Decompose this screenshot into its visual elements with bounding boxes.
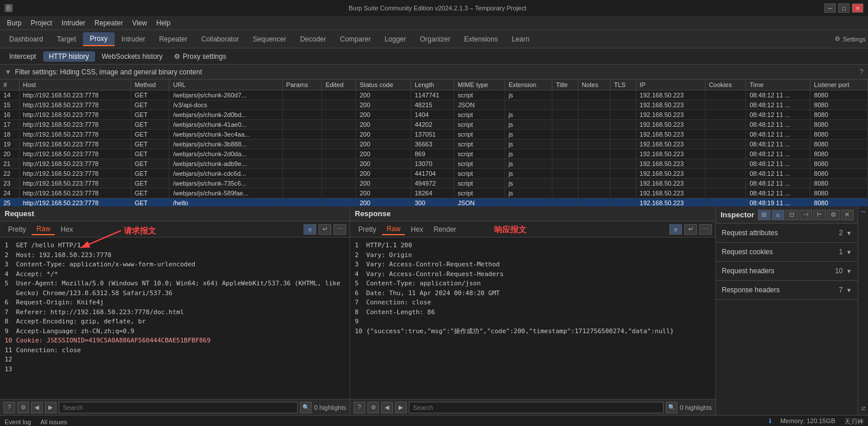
menu-project[interactable]: Project: [26, 18, 56, 28]
tab-learn[interactable]: Learn: [505, 33, 536, 46]
col-cookies[interactable]: Cookies: [705, 80, 746, 91]
menu-intruder[interactable]: Intruder: [57, 18, 90, 28]
req-wrap-btn[interactable]: ≡: [304, 224, 316, 235]
menu-help[interactable]: Help: [151, 18, 175, 28]
table-row[interactable]: 24http://192.168.50.223:7778GET/webjars/…: [0, 189, 868, 198]
col-title[interactable]: Title: [552, 80, 578, 91]
table-row[interactable]: 15http://192.168.50.223:7778GET/v3/api-d…: [0, 100, 868, 110]
tab-intruder[interactable]: Intruder: [115, 33, 152, 46]
col-mime[interactable]: MIME type: [454, 80, 505, 91]
proxy-tab-intercept[interactable]: Intercept: [3, 51, 42, 62]
table-row[interactable]: 23http://192.168.50.223:7778GET/webjars/…: [0, 179, 868, 189]
col-notes[interactable]: Notes: [578, 80, 610, 91]
table-row[interactable]: 18http://192.168.50.223:7778GET/webjars/…: [0, 130, 868, 140]
notes-side-icon[interactable]: N: [859, 404, 867, 413]
col-time[interactable]: Time: [746, 80, 810, 91]
tab-target[interactable]: Target: [50, 33, 83, 46]
tab-decoder[interactable]: Decoder: [293, 33, 333, 46]
inspector-settings-btn[interactable]: ⚙: [827, 210, 840, 220]
inspector-side-icon[interactable]: I: [859, 209, 867, 215]
menu-burp[interactable]: Burp: [2, 18, 26, 28]
table-row[interactable]: 21http://192.168.50.223:7778GET/webjars/…: [0, 159, 868, 169]
col-ip[interactable]: IP: [636, 80, 705, 91]
window-controls[interactable]: ─ □ ✕: [824, 3, 863, 13]
table-row[interactable]: 14http://192.168.50.223:7778GET/webjars/…: [0, 91, 868, 100]
req-settings-btn[interactable]: ⚙: [17, 402, 29, 413]
resp-wrap-btn[interactable]: ≡: [669, 224, 682, 235]
maximize-button[interactable]: □: [838, 3, 850, 13]
resp-tab-hex[interactable]: Hex: [406, 224, 427, 235]
req-newline-btn[interactable]: ↵: [319, 224, 331, 235]
tab-sequencer[interactable]: Sequencer: [246, 33, 293, 46]
inspector-align-right-btn[interactable]: ⊢: [813, 210, 826, 220]
tab-organizer[interactable]: Organizer: [413, 33, 457, 46]
req-back-btn[interactable]: ◀: [31, 402, 43, 413]
tab-logger[interactable]: Logger: [378, 33, 413, 46]
resp-help-btn[interactable]: ?: [354, 402, 365, 413]
req-tab-hex[interactable]: Hex: [56, 224, 77, 235]
close-button[interactable]: ✕: [852, 3, 863, 13]
col-length[interactable]: Length: [411, 80, 454, 91]
table-row[interactable]: 20http://192.168.50.223:7778GET/webjars/…: [0, 149, 868, 159]
proxy-tab-http-history[interactable]: HTTP history: [43, 51, 95, 62]
inspector-close-btn[interactable]: ✕: [841, 210, 854, 220]
resp-search-btn[interactable]: 🔍: [666, 402, 677, 413]
table-row[interactable]: 16http://192.168.50.223:7778GET/webjars/…: [0, 110, 868, 120]
tab-proxy[interactable]: Proxy: [83, 32, 115, 46]
tab-repeater[interactable]: Repeater: [152, 33, 194, 46]
req-tab-pretty[interactable]: Pretty: [3, 224, 31, 235]
menu-repeater[interactable]: Repeater: [90, 18, 127, 28]
menu-view[interactable]: View: [127, 18, 151, 28]
proxy-tab-websockets[interactable]: WebSockets history: [96, 51, 169, 62]
inspector-row[interactable]: Request attributes 2 ▼: [716, 224, 858, 242]
req-tab-raw[interactable]: Raw: [32, 224, 55, 235]
settings-button[interactable]: ⚙ Settings: [835, 35, 866, 43]
response-search-input[interactable]: [409, 402, 664, 413]
help-icon[interactable]: ?: [859, 68, 863, 76]
resp-forward-btn[interactable]: ▶: [395, 402, 407, 413]
request-content[interactable]: 1 GET /hello HTTP/1.12 Host: 192.168.50.…: [0, 237, 350, 399]
inspector-row[interactable]: Request cookies 1 ▼: [716, 243, 858, 261]
col-ext[interactable]: Extension: [505, 80, 552, 91]
resp-tab-pretty[interactable]: Pretty: [354, 224, 381, 235]
response-content[interactable]: 1 HTTP/1.1 2002 Vary: Origin3 Vary: Acce…: [350, 237, 715, 399]
table-row[interactable]: 19http://192.168.50.223:7778GET/webjars/…: [0, 140, 868, 149]
col-num[interactable]: #: [0, 80, 19, 91]
table-row[interactable]: 22http://192.168.50.223:7778GET/webjars/…: [0, 169, 868, 179]
col-params[interactable]: Params: [282, 80, 321, 91]
tab-dashboard[interactable]: Dashboard: [2, 33, 50, 46]
req-help-btn[interactable]: ?: [3, 402, 15, 413]
tab-extensions[interactable]: Extensions: [457, 33, 505, 46]
col-port[interactable]: Listener port: [810, 80, 868, 91]
req-more-btn[interactable]: ⋯: [333, 224, 346, 235]
filter-bar[interactable]: ▼ Filter settings: Hiding CSS, image and…: [0, 65, 868, 80]
inspector-view-btn3[interactable]: ⊡: [786, 210, 798, 220]
minimize-button[interactable]: ─: [824, 3, 836, 13]
inspector-align-left-btn[interactable]: ⊣: [799, 210, 812, 220]
resp-tab-render[interactable]: Render: [429, 224, 461, 235]
col-url[interactable]: URL: [169, 80, 282, 91]
resp-back-btn[interactable]: ◀: [381, 402, 393, 413]
inspector-view-btn1[interactable]: ⊞: [758, 210, 771, 220]
resp-newline-btn[interactable]: ↵: [684, 224, 697, 235]
col-host[interactable]: Host: [19, 80, 131, 91]
resp-more-btn[interactable]: ⋯: [699, 224, 712, 235]
all-issues-link[interactable]: All issues: [40, 419, 67, 425]
inspector-row[interactable]: Request headers 10 ▼: [716, 262, 858, 280]
tab-comparer[interactable]: Comparer: [333, 33, 377, 46]
col-edited[interactable]: Edited: [322, 80, 356, 91]
resp-tab-raw[interactable]: Raw: [382, 224, 405, 235]
event-log-link[interactable]: Event log: [5, 419, 31, 425]
request-search-input[interactable]: [59, 402, 298, 413]
col-method[interactable]: Method: [131, 80, 169, 91]
table-row[interactable]: 25http://192.168.50.223:7778GET/hello200…: [0, 198, 868, 207]
table-row[interactable]: 17http://192.168.50.223:7778GET/webjars/…: [0, 120, 868, 130]
req-search-btn[interactable]: 🔍: [300, 402, 312, 413]
col-tls[interactable]: TLS: [611, 80, 636, 91]
col-status[interactable]: Status code: [356, 80, 411, 91]
req-forward-btn[interactable]: ▶: [45, 402, 56, 413]
inspector-row[interactable]: Response headers 7 ▼: [716, 281, 858, 299]
inspector-view-btn2[interactable]: ≡: [772, 210, 784, 220]
proxy-settings-button[interactable]: ⚙ Proxy settings: [174, 52, 226, 61]
tab-collaborator[interactable]: Collaborator: [195, 33, 246, 46]
